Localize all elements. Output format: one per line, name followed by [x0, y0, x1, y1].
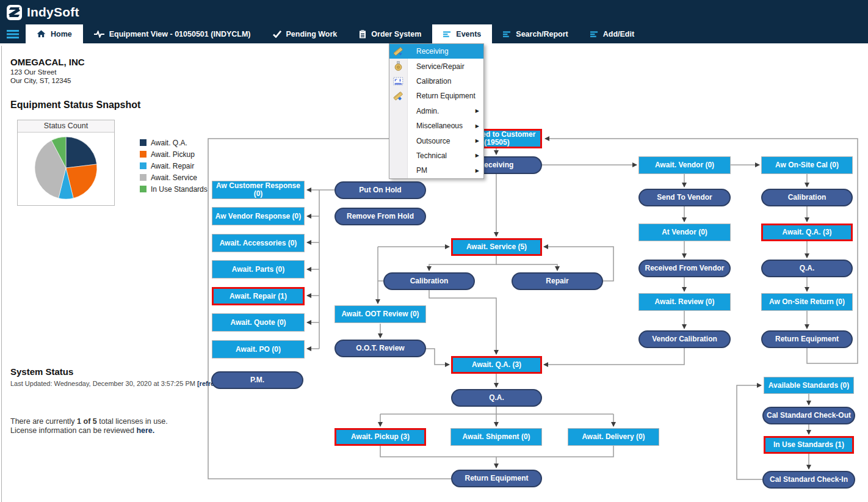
flow-node-label: Aw Customer Response (0): [212, 182, 304, 198]
flow-node-cal-standard-check-in[interactable]: Cal Standard Check-In: [762, 471, 855, 489]
flow-node-return-equipment[interactable]: Return Equipment: [761, 330, 853, 348]
flow-node-label: Await. OOT Review (0): [339, 310, 421, 318]
license-here-link[interactable]: here.: [136, 426, 154, 435]
legend-label: Await. Service: [151, 173, 197, 182]
flow-node-await-q-a-3[interactable]: Await. Q.A. (3): [451, 356, 542, 374]
calibration-icon: [392, 76, 403, 87]
flow-node-label: Await. Delivery (0): [579, 433, 647, 441]
flow-node-put-on-hold[interactable]: Put On Hold: [335, 181, 426, 199]
flow-node-label: Await. Q.A. (3): [469, 361, 524, 369]
flow-node-await-parts-0[interactable]: Await. Parts (0): [212, 260, 305, 278]
tab-label: Search/Report: [516, 30, 568, 38]
last-updated-prefix: Last Updated: Wednesday, December 30, 20…: [10, 380, 197, 387]
main-navbar: HomeEquipment View - 01050501 (INDYCLM)P…: [0, 24, 868, 43]
menu-item-admin[interactable]: Admin.▶: [389, 104, 483, 118]
flow-node-label: Await. Quote (0): [228, 319, 288, 327]
flow-node-return-equipment[interactable]: Return Equipment: [451, 470, 542, 487]
menu-item-pm[interactable]: PM▶: [389, 163, 483, 178]
flow-node-await-service-5[interactable]: Await. Service (5): [451, 238, 542, 256]
home-icon: [37, 30, 46, 38]
no-icon: [392, 106, 403, 117]
flow-node-calibration[interactable]: Calibration: [383, 272, 475, 290]
flow-node-q-a[interactable]: Q.A.: [761, 260, 853, 277]
workflow-connector-line: [737, 385, 764, 479]
pulse-icon: [94, 31, 104, 38]
menu-item-label: Miscellaneous: [416, 122, 463, 130]
flow-node-p-m[interactable]: P.M.: [211, 371, 303, 389]
menu-item-receiving[interactable]: Receiving: [389, 44, 483, 59]
workflow-connector-line: [429, 290, 496, 354]
menu-item-technical[interactable]: Technical▶: [389, 148, 483, 163]
flow-node-await-oot-review-0[interactable]: Await. OOT Review (0): [335, 305, 426, 323]
submenu-arrow-icon: ▶: [476, 138, 479, 144]
hamburger-menu-icon[interactable]: [0, 24, 26, 43]
flow-node-label: In Use Standards (1): [771, 441, 847, 449]
flow-node-in-use-standards-1[interactable]: In Use Standards (1): [764, 436, 854, 454]
flow-node-await-delivery-0[interactable]: Await. Delivery (0): [568, 428, 659, 446]
menu-item-label: PM: [416, 166, 427, 175]
flow-node-vendor-calibration[interactable]: Vendor Calibration: [638, 330, 731, 348]
flow-node-available-standards-0[interactable]: Available Standards (0): [764, 377, 854, 394]
snapshot-title: Equipment Status Snapshot: [10, 100, 140, 111]
legend-item: Await. Repair: [140, 160, 208, 172]
menu-item-miscellaneous[interactable]: Miscellaneous▶: [389, 118, 483, 133]
flow-node-label: Repair: [543, 277, 571, 285]
flow-node-o-o-t-review[interactable]: O.O.T. Review: [335, 340, 426, 357]
flow-node-aw-vendor-response-0[interactable]: Aw Vendor Response (0): [212, 207, 305, 225]
legend-label: In Use Standards: [151, 185, 208, 194]
flow-node-aw-customer-response-0[interactable]: Aw Customer Response (0): [212, 181, 305, 199]
flow-node-label: Await. Q.A. (3): [779, 228, 834, 236]
flow-node-await-review-0[interactable]: Await. Review (0): [638, 293, 731, 311]
flow-node-repair[interactable]: Repair: [512, 272, 603, 290]
menu-item-return-equipment[interactable]: Return Equipment: [389, 89, 483, 103]
status-count-panel: Status Count: [17, 120, 115, 206]
flow-node-label: Remove From Hold: [344, 213, 416, 220]
clipboard-icon: [359, 30, 366, 38]
flow-node-aw-on-site-return-0[interactable]: Aw On-Site Return (0): [761, 293, 853, 311]
no-icon: [392, 136, 403, 147]
legend-swatch: [140, 151, 146, 158]
tab-order-system[interactable]: Order System: [348, 24, 432, 43]
flow-node-q-a[interactable]: Q.A.: [451, 389, 542, 407]
company-address-line2: Our City, ST, 12345: [10, 77, 71, 84]
flow-node-await-vendor-0[interactable]: Await. Vendor (0): [638, 156, 731, 174]
flow-node-await-accessories-0[interactable]: Await. Accessories (0): [212, 234, 305, 252]
menu-item-calibration[interactable]: Calibration: [389, 74, 483, 89]
tab-search-report[interactable]: Search/Report: [492, 24, 579, 43]
tab-equipment-view-01050501-indyclm[interactable]: Equipment View - 01050501 (INDYCLM): [83, 24, 262, 43]
menu-item-outsource[interactable]: Outsource▶: [389, 133, 483, 148]
flow-node-label: Send To Vendor: [654, 194, 714, 202]
flow-node-at-vendor-0[interactable]: At Vendor (0): [638, 224, 731, 241]
flow-node-remove-from-hold[interactable]: Remove From Hold: [335, 208, 426, 225]
flow-node-await-repair-1[interactable]: Await. Repair (1): [212, 287, 305, 305]
flow-node-await-q-a-3[interactable]: Await. Q.A. (3): [761, 224, 853, 241]
flow-node-label: Await. Shipment (0): [460, 433, 532, 441]
tab-pending-work[interactable]: Pending Work: [262, 24, 349, 43]
submenu-arrow-icon: ▶: [476, 153, 479, 158]
flow-node-aw-on-site-cal-0[interactable]: Aw On-Site Cal (0): [761, 156, 853, 174]
status-count-panel-title: Status Count: [18, 120, 114, 133]
tab-home[interactable]: Home: [26, 24, 83, 43]
license-count: 1 of 5: [77, 417, 97, 426]
flow-node-send-to-vendor[interactable]: Send To Vendor: [638, 189, 731, 206]
flow-node-cal-standard-check-out[interactable]: Cal Standard Check-Out: [762, 407, 855, 424]
flow-node-calibration[interactable]: Calibration: [761, 189, 853, 206]
flow-node-await-po-0[interactable]: Await. PO (0): [212, 340, 305, 358]
menu-item-label: Return Equipment: [416, 92, 476, 100]
flow-node-await-pickup-3[interactable]: Await. Pickup (3): [335, 428, 426, 446]
workflow-connector-line: [380, 446, 613, 457]
legend-swatch: [140, 186, 146, 192]
indysoft-logo-icon: [7, 5, 22, 20]
menu-item-label: Outsource: [416, 137, 450, 145]
legend-swatch: [140, 139, 146, 146]
flow-node-label: Received From Vendor: [642, 264, 726, 272]
flow-node-received-from-vendor[interactable]: Received From Vendor: [638, 260, 731, 277]
tab-events[interactable]: Events: [432, 24, 492, 43]
tab-label: Order System: [371, 30, 421, 38]
menu-item-service-repair[interactable]: Service/Repair: [389, 59, 483, 73]
tab-add-edit[interactable]: Add/Edit: [579, 24, 645, 43]
flow-node-await-shipment-0[interactable]: Await. Shipment (0): [450, 428, 542, 446]
submenu-arrow-icon: ▶: [476, 168, 479, 173]
flow-node-await-quote-0[interactable]: Await. Quote (0): [212, 313, 305, 332]
events-dropdown-menu: ReceivingService/RepairCalibrationReturn…: [389, 43, 484, 179]
